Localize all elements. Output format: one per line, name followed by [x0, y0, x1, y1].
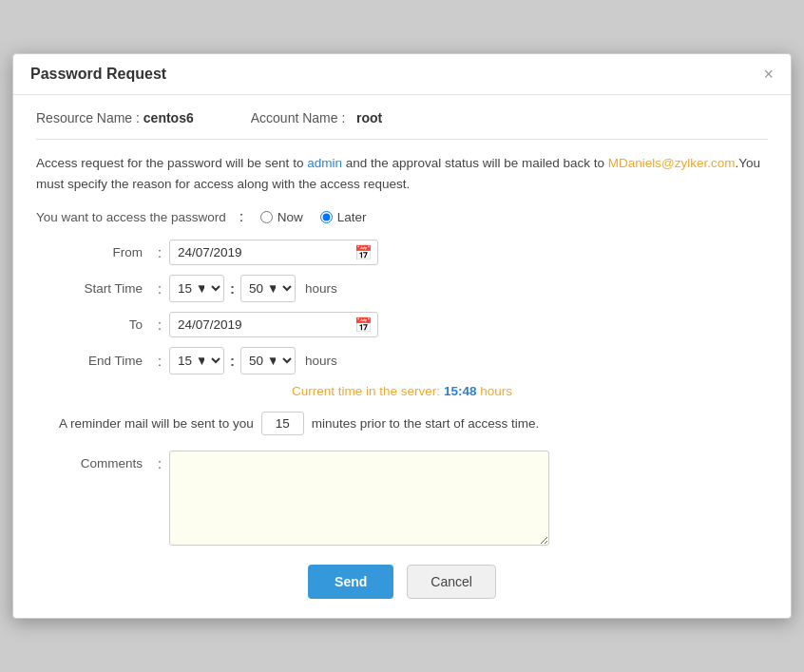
end-time-separator: : — [230, 353, 235, 369]
reminder-text2: minutes prior to the start of access tim… — [312, 416, 539, 431]
comments-textarea[interactable] — [169, 451, 549, 546]
now-radio-label[interactable]: Now — [260, 210, 303, 224]
from-field-content: 📅 — [169, 240, 378, 265]
want-label: You want to access the password — [36, 210, 226, 224]
account-info: Account Name : root — [251, 110, 383, 125]
to-label: To — [36, 317, 150, 332]
later-label: Later — [337, 210, 367, 224]
start-time-row: Start Time : 15 ▼ : 50 ▼ hours — [36, 275, 768, 302]
access-description: Access request for the password will be … — [36, 153, 768, 194]
want-row: You want to access the password : Now La… — [36, 209, 768, 224]
access-text1: Access request for the password will be … — [36, 156, 307, 170]
dialog-header: Password Request × — [13, 54, 791, 95]
resource-value: centos6 — [144, 110, 194, 125]
end-hour-select[interactable]: 15 ▼ — [169, 347, 224, 374]
admin-link[interactable]: admin — [307, 156, 342, 170]
server-time-text1: Current time in the server: — [292, 384, 444, 398]
cancel-button[interactable]: Cancel — [407, 565, 496, 599]
start-time-separator: : — [230, 280, 235, 297]
to-date-wrap: 📅 — [169, 312, 378, 337]
end-time-row: End Time : 15 ▼ : 50 ▼ hours — [36, 347, 768, 374]
from-date-input[interactable] — [169, 240, 378, 265]
button-row: Send Cancel — [36, 565, 768, 599]
from-row: From : 📅 — [36, 240, 768, 265]
start-hour-select[interactable]: 15 ▼ — [169, 275, 224, 302]
server-time-value: 15:48 — [444, 384, 477, 398]
end-time-colon: : — [150, 354, 169, 369]
now-radio[interactable] — [260, 211, 273, 223]
reminder-text1: A reminder mail will be sent to you — [59, 416, 254, 431]
to-row: To : 📅 — [36, 312, 768, 337]
later-radio-label[interactable]: Later — [320, 210, 367, 224]
resource-info: Resource Name : centos6 — [36, 110, 194, 125]
account-value: root — [356, 110, 382, 125]
end-minute-select[interactable]: 50 ▼ — [240, 347, 296, 374]
now-label: Now — [278, 210, 303, 224]
access-time-radio-group: Now Later — [260, 210, 367, 224]
send-button[interactable]: Send — [308, 565, 393, 599]
start-time-colon: : — [150, 281, 169, 297]
start-time-content: 15 ▼ : 50 ▼ hours — [169, 275, 337, 302]
from-colon: : — [150, 245, 169, 260]
to-colon: : — [150, 317, 169, 333]
info-row: Resource Name : centos6 Account Name : r… — [36, 110, 768, 140]
want-colon: : — [239, 209, 243, 224]
reminder-minutes-input[interactable] — [261, 412, 304, 435]
start-minute-select[interactable]: 50 ▼ — [240, 275, 296, 302]
email-link[interactable]: MDaniels@zylker.com — [608, 156, 736, 170]
close-button[interactable]: × — [763, 66, 774, 83]
server-time-text2: hours — [476, 384, 512, 398]
later-radio[interactable] — [320, 211, 333, 223]
comments-colon: : — [150, 451, 169, 471]
from-date-wrap: 📅 — [169, 240, 378, 265]
comments-label: Comments — [36, 451, 150, 470]
to-date-input[interactable] — [169, 312, 378, 337]
password-request-dialog: Password Request × Resource Name : cento… — [12, 53, 792, 619]
dialog-body: Resource Name : centos6 Account Name : r… — [13, 95, 791, 618]
resource-label: Resource Name : — [36, 110, 140, 125]
dialog-title: Password Request — [30, 66, 166, 83]
start-hours-label: hours — [305, 281, 337, 296]
start-time-label: Start Time — [36, 281, 150, 296]
end-time-content: 15 ▼ : 50 ▼ hours — [169, 347, 337, 374]
access-text2: and the approval status will be mailed b… — [342, 156, 608, 170]
comments-row: Comments : — [36, 451, 768, 546]
to-field-content: 📅 — [169, 312, 378, 337]
end-time-label: End Time — [36, 354, 150, 368]
server-time-row: Current time in the server: 15:48 hours — [36, 384, 768, 398]
from-label: From — [36, 245, 150, 259]
reminder-row: A reminder mail will be sent to you minu… — [36, 412, 768, 435]
account-label: Account Name : — [251, 110, 346, 125]
end-hours-label: hours — [305, 354, 337, 368]
